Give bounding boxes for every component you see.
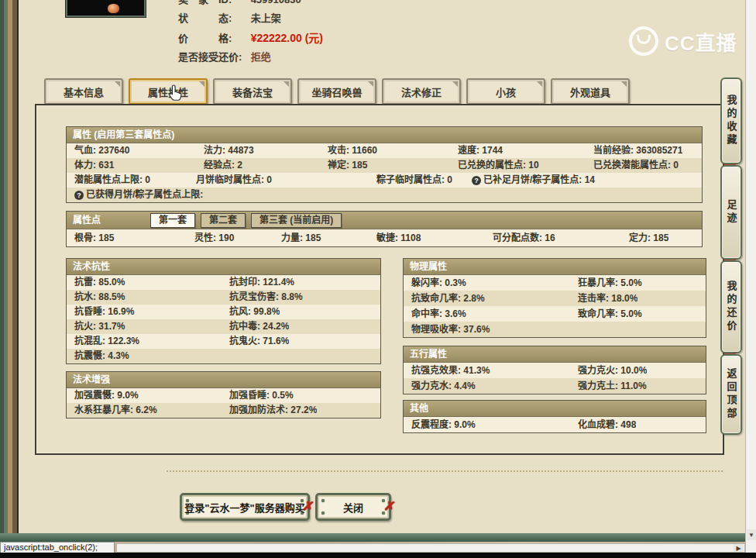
stat: 潜能属性点上限: 0 [74, 173, 196, 188]
stat-text: 灵性: 190 [194, 229, 234, 246]
item-image [66, 0, 146, 17]
stat-text: 抗火: 31.7% [74, 319, 125, 334]
vertical-scrollbar[interactable]: ▼ [745, 0, 756, 553]
scroll-down-arrow-icon[interactable]: ▼ [747, 529, 756, 540]
stat-text: 抗强克效果: 41.3% [411, 363, 490, 378]
stat: 抗致命几率: 2.8% [411, 291, 578, 306]
stat-text: 月饼临时属性点: 0 [196, 173, 272, 188]
stat: 敏捷: 1108 [376, 229, 493, 246]
close-label: 关闭 [343, 500, 363, 515]
tab-spell-correction[interactable]: 法术修正 [382, 78, 461, 105]
stat-row: 反震程度: 9.0%化血成碧: 498 [404, 417, 706, 432]
stat-text: 加强昏睡: 0.5% [229, 388, 294, 403]
tab-basic-info[interactable]: 基本信息 [44, 78, 123, 105]
page: 卖 家 ID: 459910830 状 态: 未上架 价 格: ¥22222.0… [0, 0, 756, 558]
stat: 已兑换的属性点: 10 [458, 158, 593, 173]
sidebar-back-to-top-button[interactable]: 返回顶部 [720, 354, 742, 435]
stat: 可分配点数: 16 [493, 229, 629, 246]
stat-text: 已兑换潜能属性点: 0 [593, 158, 679, 173]
stat-text: 抗鬼火: 71.6% [229, 334, 289, 349]
stat-row: 躲闪率: 0.3%狂暴几率: 5.0% [404, 275, 706, 291]
physical-title: 物理属性 [404, 259, 706, 275]
stat-row: 体力: 631经验点: 2禅定: 185已兑换的属性点: 10已兑换潜能属性点:… [67, 158, 702, 173]
stat: 反震程度: 9.0% [411, 417, 578, 432]
stat-row: 抗雷: 85.0%抗封印: 121.4% [67, 275, 380, 290]
stat-text: 水系狂暴几率: 6.2% [74, 403, 157, 418]
close-button[interactable]: 关闭 ✗ [315, 493, 391, 521]
stat-text: 狂暴几率: 5.0% [578, 275, 642, 291]
login-buy-button[interactable]: 登录"云水一梦"服务器购买 ✗ [180, 493, 310, 521]
tab-attributes-resist[interactable]: 属性抗性 [129, 78, 208, 105]
five-elements-panel: 五行属性 抗强克效果: 41.3%强力克火: 10.0%强力克水: 4.4%强力… [403, 346, 706, 394]
stat: 加强加防法术: 27.2% [229, 403, 317, 418]
stat-text: 攻击: 11660 [328, 143, 377, 158]
physical-rows: 躲闪率: 0.3%狂暴几率: 5.0%抗致命几率: 2.8%连击率: 18.0%… [404, 275, 706, 337]
attr-points-tab-set3[interactable]: 第三套 (当前启用) [251, 213, 342, 228]
sidebar-footprints-button[interactable]: 足迹 [720, 165, 742, 260]
attribute-points-title: 属性点 [73, 212, 150, 228]
sidebar-my-favorites-button[interactable]: 我的收藏 [720, 78, 742, 164]
tab-mount-pet[interactable]: 坐骑召唤兽 [297, 78, 376, 105]
stat-text: 已补足月饼/粽子属性点: 14 [483, 173, 595, 188]
attr-points-tab-set1[interactable]: 第一套 [150, 213, 195, 228]
stat-text: 法力: 44873 [204, 143, 254, 158]
question-icon[interactable]: ? [472, 176, 481, 185]
stat-row: 潜能属性点上限: 0月饼临时属性点: 0粽子临时属性点: 0?已补足月饼/粽子属… [67, 173, 702, 188]
cc-live-brand: CC直播 [665, 27, 737, 56]
stat-text: 定力: 185 [629, 229, 668, 246]
stat-text: 已兑换的属性点: 10 [458, 158, 539, 173]
stat: 抗水: 88.5% [74, 290, 229, 305]
stat-row: 抗致命几率: 2.8%连击率: 18.0% [404, 291, 706, 306]
scroll-right-arrow-icon[interactable]: ▶ [734, 544, 744, 552]
question-icon[interactable]: ? [74, 191, 84, 200]
attribute-points-panel: 属性点 第一套 第二套 第三套 (当前启用) 根骨: 185灵性: 190力量:… [66, 211, 703, 247]
stat: 法力: 44873 [204, 143, 328, 158]
stat-text: 力量: 185 [281, 229, 321, 246]
stat: 禅定: 185 [328, 158, 458, 173]
stat: 经验点: 2 [204, 158, 328, 173]
stat: 抗强克效果: 41.3% [411, 363, 578, 378]
stat-text: 强力克水: 4.4% [411, 378, 476, 394]
stat-text: 致命几率: 5.0% [578, 306, 642, 322]
stat-row: 命中率: 3.6%致命几率: 5.0% [404, 306, 706, 322]
attr-points-tab-set2[interactable]: 第二套 [201, 213, 246, 228]
stat-row: 抗火: 31.7%抗中毒: 24.2% [67, 319, 380, 334]
five-elements-rows: 抗强克效果: 41.3%强力克火: 10.0%强力克水: 4.4%强力克土: 1… [404, 363, 706, 394]
stat-row: 抗昏睡: 16.9%抗风: 99.8% [67, 305, 380, 319]
bargain-label: 是否接受还价: [178, 51, 243, 64]
tab-appearance[interactable]: 外观道具 [551, 78, 630, 105]
login-buy-label: 登录"云水一梦"服务器购买 [184, 500, 304, 515]
stat-text: 体力: 631 [74, 158, 114, 173]
stat: 狂暴几率: 5.0% [578, 275, 642, 291]
stat-row: 强力克水: 4.4%强力克土: 11.0% [404, 378, 706, 394]
horizontal-scrollbar[interactable]: ▶ [116, 543, 745, 553]
stat-text: 抗中毒: 24.2% [229, 319, 289, 334]
bottom-green-border [0, 533, 745, 542]
stat: 抗鬼火: 71.6% [229, 334, 289, 349]
seller-id-row: 卖 家 ID: 459910830 [178, 0, 301, 6]
stat: 灵性: 190 [194, 229, 281, 246]
stat: 强力克火: 10.0% [578, 363, 647, 378]
stat-row: ?已获得月饼/粽子属性点上限: 16 [67, 188, 702, 202]
other-rows: 反震程度: 9.0%化血成碧: 498 [404, 417, 706, 432]
tab-equipment[interactable]: 装备法宝 [213, 78, 292, 105]
stat: 物理吸收率: 37.6% [411, 322, 578, 337]
frame-left-line [17, 0, 19, 542]
stat: 抗灵宝伤害: 8.8% [229, 290, 303, 305]
red-x-icon: ✗ [301, 498, 315, 515]
spell-resist-panel: 法术抗性 抗雷: 85.0%抗封印: 121.4%抗水: 88.5%抗灵宝伤害:… [66, 258, 381, 364]
stat-text: 已获得月饼/粽子属性点上限: 16 [86, 188, 204, 202]
stat-text: 可分配点数: 16 [493, 229, 555, 246]
attributes-rows: 气血: 237640法力: 44873攻击: 11660速度: 1744当前经验… [67, 143, 702, 202]
stat-text: 根骨: 185 [74, 229, 114, 246]
tab-child[interactable]: 小孩 [466, 78, 545, 105]
bottom-black-bar [0, 553, 756, 558]
stat: 气血: 237640 [74, 143, 204, 158]
sidebar-my-bargains-button[interactable]: 我的还价 [720, 260, 742, 353]
stat: 加强昏睡: 0.5% [229, 388, 294, 403]
attributes-panel: 属性 (启用第三套属性点) 气血: 237640法力: 44873攻击: 116… [66, 126, 703, 203]
seller-id-value: 459910830 [251, 0, 301, 5]
stat-row: 根骨: 185灵性: 190力量: 185敏捷: 1108可分配点数: 16定力… [67, 229, 702, 246]
stat-text: 强力克火: 10.0% [578, 363, 647, 378]
stat: 致命几率: 5.0% [578, 306, 642, 322]
